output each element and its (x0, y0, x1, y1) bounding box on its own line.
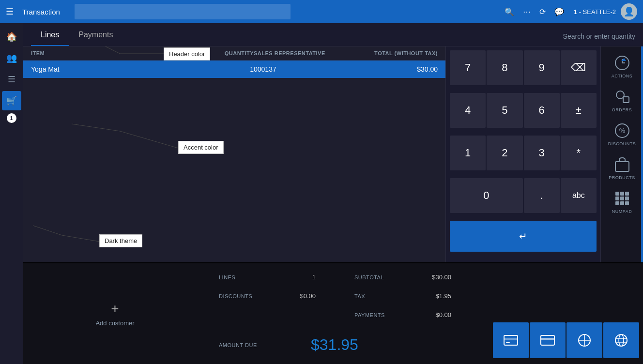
top-bar: ☰ Transaction 🔍 ⋯ ⟳ 💬 1 - SEATTLE-2 👤 (0, 0, 643, 23)
numpad-abc[interactable]: abc (561, 178, 597, 213)
svg-line-2 (120, 131, 178, 148)
numpad-1[interactable]: 1 (450, 136, 486, 170)
hamburger-icon[interactable]: ☰ (6, 6, 14, 17)
products-label: PRODUCTS (609, 175, 635, 180)
col-rep: SALES REPRESENTATIVE (254, 50, 351, 56)
search-qty: Search or enter quantity (563, 32, 635, 46)
orders-label: ORDERS (612, 107, 632, 112)
sidebar-item-menu[interactable]: ☰ (2, 70, 21, 89)
pay-btn-cards[interactable] (493, 322, 529, 358)
svg-rect-9 (623, 97, 629, 103)
payment-buttons (489, 263, 643, 364)
numpad-dot[interactable]: . (524, 178, 560, 213)
discounts-value: $0.00 (287, 292, 316, 300)
svg-text:%: % (619, 127, 625, 135)
table-row[interactable]: Yoga Mat 1 000137 $30.00 (23, 61, 445, 78)
svg-rect-12 (615, 162, 629, 171)
discounts-icon: % (613, 122, 631, 139)
actions-panel: ACTIONS ORDERS % DISCOUNTS (600, 46, 643, 262)
amount-due-label: AMOUNT DUE (219, 342, 262, 348)
numpad-backspace[interactable]: ⌫ (561, 50, 597, 85)
numpad-active-indicator (641, 46, 643, 262)
numpad-4[interactable]: 4 (450, 93, 486, 128)
sidebar-item-users[interactable]: 👥 (2, 48, 21, 68)
numpad-9[interactable]: 9 (524, 50, 560, 85)
top-icons: 🔍 ⋯ ⟳ 💬 (505, 7, 564, 16)
numpad-7[interactable]: 7 (450, 50, 486, 85)
action-actions[interactable]: ACTIONS (604, 50, 641, 82)
table-area: ITEM QUANTITY SALES REPRESENTATIVE TOTAL… (23, 46, 445, 262)
action-orders[interactable]: ORDERS (604, 84, 641, 116)
refresh-icon[interactable]: ⟳ (539, 7, 546, 16)
numpad-8[interactable]: 8 (487, 50, 522, 85)
svg-line-5 (33, 226, 62, 235)
svg-rect-15 (625, 192, 629, 196)
col-total: TOTAL (WITHOUT TAX) (351, 50, 438, 56)
svg-line-3 (72, 124, 120, 131)
tab-payments[interactable]: Payments (69, 25, 122, 46)
svg-rect-17 (620, 197, 624, 200)
numpad-multiply[interactable]: * (561, 136, 597, 170)
action-numpad[interactable]: NUMPAD (604, 186, 641, 218)
main-layout: 🏠 👥 ☰ 🛒 1 Lines Payments Search or enter… (0, 23, 643, 364)
svg-point-30 (615, 334, 627, 346)
discounts-label2: DISCOUNTS (219, 293, 262, 299)
svg-line-4 (62, 235, 99, 242)
sidebar-item-cart[interactable]: 🛒 (2, 91, 21, 110)
amount-due-row: AMOUNT DUE $31.95 (219, 330, 477, 356)
numpad-2[interactable]: 2 (487, 136, 522, 170)
discounts-label: DISCOUNTS (608, 141, 636, 146)
store-info: 1 - SEATTLE-2 (574, 8, 616, 15)
summary-row-payments: PAYMENTS $0.00 (219, 309, 477, 321)
search-input[interactable] (75, 4, 291, 19)
more-icon[interactable]: ⋯ (523, 7, 531, 16)
chat-icon[interactable]: 💬 (554, 7, 564, 16)
numpad-5[interactable]: 5 (487, 93, 522, 128)
col-item: ITEM (31, 50, 196, 56)
bottom-summary: LINES 1 SUBTOTAL $30.00 DISCOUNTS $0.00 … (207, 263, 489, 364)
search-icon[interactable]: 🔍 (505, 7, 514, 16)
pay-btn-credit[interactable] (530, 322, 566, 358)
tab-lines[interactable]: Lines (31, 25, 69, 46)
actions-label: ACTIONS (612, 74, 633, 78)
pay-btn-other[interactable] (566, 322, 602, 358)
row-total: $30.00 (351, 65, 438, 73)
row-rep: 000137 (254, 65, 351, 73)
tax-label: TAX (354, 293, 393, 299)
svg-point-31 (619, 334, 624, 346)
payments-label2: PAYMENTS (354, 312, 393, 318)
numpad-3[interactable]: 3 (524, 136, 560, 170)
svg-rect-26 (541, 338, 554, 340)
col-qty: QUANTITY (196, 50, 254, 56)
svg-rect-13 (615, 192, 619, 196)
numpad-0[interactable]: 0 (450, 178, 523, 213)
action-discounts[interactable]: % DISCOUNTS (604, 118, 641, 150)
add-customer-label: Add customer (95, 319, 134, 327)
lines-value: 1 (287, 273, 316, 281)
svg-rect-16 (615, 197, 619, 200)
plus-icon: + (111, 301, 119, 317)
pay-btn-globe[interactable] (603, 322, 639, 358)
numpad-plusminus[interactable]: ± (561, 93, 597, 128)
annotation-dark-theme: Dark theme (99, 234, 142, 247)
table-header: ITEM QUANTITY SALES REPRESENTATIVE TOTAL… (23, 46, 445, 61)
svg-rect-24 (506, 342, 510, 343)
avatar[interactable]: 👤 (621, 3, 637, 20)
numpad-icon (613, 190, 631, 207)
tax-value: $1.95 (413, 292, 451, 300)
sidebar-item-home[interactable]: 🏠 (2, 27, 21, 46)
annotation-accent-color: Accent color (178, 141, 224, 154)
summary-row-discounts: DISCOUNTS $0.00 TAX $1.95 (219, 290, 477, 302)
amount-due-value: $31.95 (311, 336, 368, 354)
svg-rect-21 (625, 201, 629, 205)
orders-icon (613, 88, 631, 106)
numpad-panel: 7 8 9 ⌫ 4 5 6 ± 1 2 3 * 0 . abc ↵ (445, 46, 600, 262)
header-tabs: Lines Payments Search or enter quantity (23, 23, 643, 46)
app-title: Transaction (22, 8, 60, 16)
products-icon (613, 156, 631, 173)
numpad-enter[interactable]: ↵ (450, 221, 597, 252)
add-customer-btn[interactable]: + Add customer (23, 263, 207, 364)
numpad-6[interactable]: 6 (524, 93, 560, 128)
sidebar-badge: 1 (7, 113, 16, 123)
action-products[interactable]: PRODUCTS (604, 152, 641, 184)
